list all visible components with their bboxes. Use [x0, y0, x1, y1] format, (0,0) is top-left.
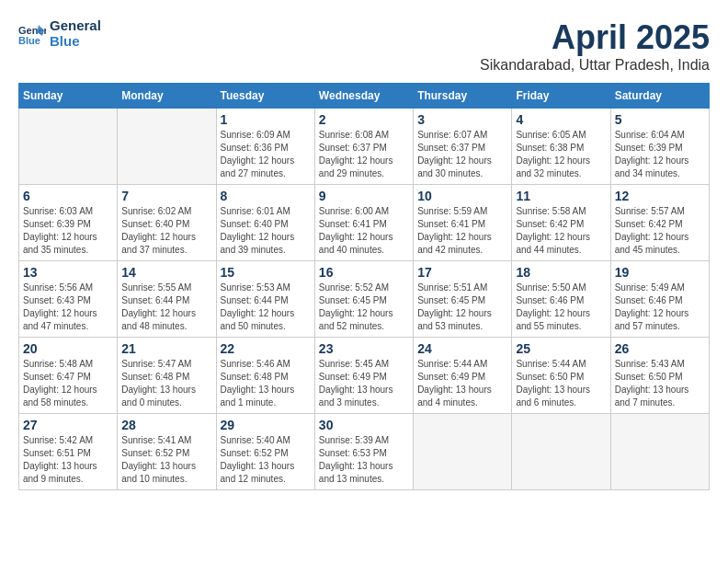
- calendar-cell: 25Sunrise: 5:44 AM Sunset: 6:50 PM Dayli…: [512, 338, 610, 414]
- calendar-cell: 22Sunrise: 5:46 AM Sunset: 6:48 PM Dayli…: [216, 338, 314, 414]
- day-info: Sunrise: 5:50 AM Sunset: 6:46 PM Dayligh…: [516, 282, 606, 333]
- calendar-cell: 19Sunrise: 5:49 AM Sunset: 6:46 PM Dayli…: [610, 261, 709, 338]
- calendar-cell: [610, 414, 709, 490]
- weekday-header: Friday: [512, 84, 610, 109]
- day-number: 19: [615, 265, 705, 280]
- logo-text-general: General: [50, 18, 101, 34]
- day-info: Sunrise: 5:45 AM Sunset: 6:49 PM Dayligh…: [319, 358, 409, 409]
- calendar-week-row: 6Sunrise: 6:03 AM Sunset: 6:39 PM Daylig…: [19, 185, 710, 261]
- day-number: 7: [121, 189, 211, 203]
- calendar-cell: 3Sunrise: 6:07 AM Sunset: 6:37 PM Daylig…: [414, 109, 512, 185]
- calendar-cell: 13Sunrise: 5:56 AM Sunset: 6:43 PM Dayli…: [19, 261, 118, 338]
- calendar-cell: 8Sunrise: 6:01 AM Sunset: 6:40 PM Daylig…: [216, 185, 314, 261]
- day-number: 5: [615, 112, 705, 127]
- day-number: 17: [417, 265, 507, 280]
- logo-text-blue: Blue: [50, 34, 101, 50]
- svg-text:Blue: Blue: [18, 35, 40, 45]
- day-info: Sunrise: 5:59 AM Sunset: 6:41 PM Dayligh…: [417, 205, 507, 257]
- calendar-cell: 14Sunrise: 5:55 AM Sunset: 6:44 PM Dayli…: [118, 261, 216, 338]
- day-number: 10: [417, 189, 507, 203]
- day-info: Sunrise: 6:03 AM Sunset: 6:39 PM Dayligh…: [23, 205, 113, 257]
- calendar-week-row: 13Sunrise: 5:56 AM Sunset: 6:43 PM Dayli…: [19, 261, 710, 338]
- calendar-cell: 6Sunrise: 6:03 AM Sunset: 6:39 PM Daylig…: [19, 185, 118, 261]
- day-number: 30: [319, 418, 409, 432]
- calendar-cell: 10Sunrise: 5:59 AM Sunset: 6:41 PM Dayli…: [414, 185, 512, 261]
- calendar-cell: 16Sunrise: 5:52 AM Sunset: 6:45 PM Dayli…: [314, 261, 413, 338]
- calendar-cell: 23Sunrise: 5:45 AM Sunset: 6:49 PM Dayli…: [314, 338, 413, 414]
- header: General Blue General Blue April 2025 Sik…: [18, 18, 710, 74]
- calendar-cell: 4Sunrise: 6:05 AM Sunset: 6:38 PM Daylig…: [512, 109, 610, 185]
- weekday-header: Wednesday: [314, 84, 413, 109]
- day-info: Sunrise: 5:39 AM Sunset: 6:53 PM Dayligh…: [319, 434, 409, 486]
- day-number: 8: [221, 189, 311, 203]
- calendar-cell: [19, 109, 118, 185]
- calendar-cell: 27Sunrise: 5:42 AM Sunset: 6:51 PM Dayli…: [19, 414, 118, 490]
- calendar-cell: 12Sunrise: 5:57 AM Sunset: 6:42 PM Dayli…: [610, 185, 709, 261]
- day-number: 27: [23, 418, 113, 432]
- day-info: Sunrise: 5:58 AM Sunset: 6:42 PM Dayligh…: [516, 205, 606, 257]
- day-info: Sunrise: 5:51 AM Sunset: 6:45 PM Dayligh…: [417, 282, 507, 333]
- weekday-header: Monday: [118, 84, 216, 109]
- calendar-cell: [414, 414, 512, 490]
- calendar-cell: 5Sunrise: 6:04 AM Sunset: 6:39 PM Daylig…: [610, 109, 709, 185]
- calendar-week-row: 20Sunrise: 5:48 AM Sunset: 6:47 PM Dayli…: [19, 338, 710, 414]
- calendar-cell: 18Sunrise: 5:50 AM Sunset: 6:46 PM Dayli…: [512, 261, 610, 338]
- calendar-cell: 15Sunrise: 5:53 AM Sunset: 6:44 PM Dayli…: [216, 261, 314, 338]
- calendar-cell: 20Sunrise: 5:48 AM Sunset: 6:47 PM Dayli…: [19, 338, 118, 414]
- day-info: Sunrise: 5:44 AM Sunset: 6:49 PM Dayligh…: [417, 358, 507, 409]
- weekday-header: Sunday: [19, 84, 118, 109]
- day-info: Sunrise: 5:56 AM Sunset: 6:43 PM Dayligh…: [23, 282, 113, 333]
- logo-icon: General Blue: [18, 23, 46, 45]
- day-info: Sunrise: 5:57 AM Sunset: 6:42 PM Dayligh…: [615, 205, 705, 257]
- day-number: 14: [121, 265, 211, 280]
- day-number: 24: [417, 341, 507, 356]
- calendar-week-row: 27Sunrise: 5:42 AM Sunset: 6:51 PM Dayli…: [19, 414, 710, 490]
- day-info: Sunrise: 5:42 AM Sunset: 6:51 PM Dayligh…: [23, 434, 113, 486]
- day-number: 20: [23, 341, 113, 356]
- day-number: 11: [516, 189, 606, 203]
- weekday-header: Tuesday: [216, 84, 314, 109]
- day-number: 9: [319, 189, 409, 203]
- day-info: Sunrise: 6:01 AM Sunset: 6:40 PM Dayligh…: [221, 205, 311, 257]
- day-number: 18: [516, 265, 606, 280]
- day-info: Sunrise: 6:07 AM Sunset: 6:37 PM Dayligh…: [417, 129, 507, 180]
- day-number: 12: [615, 189, 705, 203]
- calendar-week-row: 1Sunrise: 6:09 AM Sunset: 6:36 PM Daylig…: [19, 109, 710, 185]
- calendar-cell: 21Sunrise: 5:47 AM Sunset: 6:48 PM Dayli…: [118, 338, 216, 414]
- day-info: Sunrise: 5:48 AM Sunset: 6:47 PM Dayligh…: [23, 358, 113, 409]
- day-number: 28: [121, 418, 211, 432]
- day-info: Sunrise: 6:04 AM Sunset: 6:39 PM Dayligh…: [615, 129, 705, 180]
- calendar-cell: 11Sunrise: 5:58 AM Sunset: 6:42 PM Dayli…: [512, 185, 610, 261]
- day-info: Sunrise: 5:53 AM Sunset: 6:44 PM Dayligh…: [221, 282, 311, 333]
- day-number: 29: [221, 418, 311, 432]
- day-number: 2: [319, 112, 409, 127]
- day-number: 3: [417, 112, 507, 127]
- calendar-cell: 1Sunrise: 6:09 AM Sunset: 6:36 PM Daylig…: [216, 109, 314, 185]
- day-number: 25: [516, 341, 606, 356]
- title-area: April 2025 Sikandarabad, Uttar Pradesh, …: [480, 18, 710, 74]
- day-number: 21: [121, 341, 211, 356]
- day-number: 26: [615, 341, 705, 356]
- calendar-cell: 30Sunrise: 5:39 AM Sunset: 6:53 PM Dayli…: [314, 414, 413, 490]
- day-info: Sunrise: 5:40 AM Sunset: 6:52 PM Dayligh…: [221, 434, 311, 486]
- month-title: April 2025: [480, 18, 710, 57]
- day-number: 13: [23, 265, 113, 280]
- weekday-header-row: SundayMondayTuesdayWednesdayThursdayFrid…: [19, 84, 710, 109]
- day-number: 23: [319, 341, 409, 356]
- calendar-cell: 29Sunrise: 5:40 AM Sunset: 6:52 PM Dayli…: [216, 414, 314, 490]
- calendar-cell: [512, 414, 610, 490]
- day-number: 4: [516, 112, 606, 127]
- day-info: Sunrise: 5:46 AM Sunset: 6:48 PM Dayligh…: [221, 358, 311, 409]
- day-number: 15: [221, 265, 311, 280]
- calendar-cell: 9Sunrise: 6:00 AM Sunset: 6:41 PM Daylig…: [314, 185, 413, 261]
- day-info: Sunrise: 6:08 AM Sunset: 6:37 PM Dayligh…: [319, 129, 409, 180]
- day-number: 1: [221, 112, 311, 127]
- day-info: Sunrise: 5:47 AM Sunset: 6:48 PM Dayligh…: [121, 358, 211, 409]
- calendar-cell: 7Sunrise: 6:02 AM Sunset: 6:40 PM Daylig…: [118, 185, 216, 261]
- day-info: Sunrise: 5:55 AM Sunset: 6:44 PM Dayligh…: [121, 282, 211, 333]
- calendar-cell: 2Sunrise: 6:08 AM Sunset: 6:37 PM Daylig…: [314, 109, 413, 185]
- day-info: Sunrise: 5:43 AM Sunset: 6:50 PM Dayligh…: [615, 358, 705, 409]
- day-info: Sunrise: 5:44 AM Sunset: 6:50 PM Dayligh…: [516, 358, 606, 409]
- calendar-cell: 28Sunrise: 5:41 AM Sunset: 6:52 PM Dayli…: [118, 414, 216, 490]
- day-number: 16: [319, 265, 409, 280]
